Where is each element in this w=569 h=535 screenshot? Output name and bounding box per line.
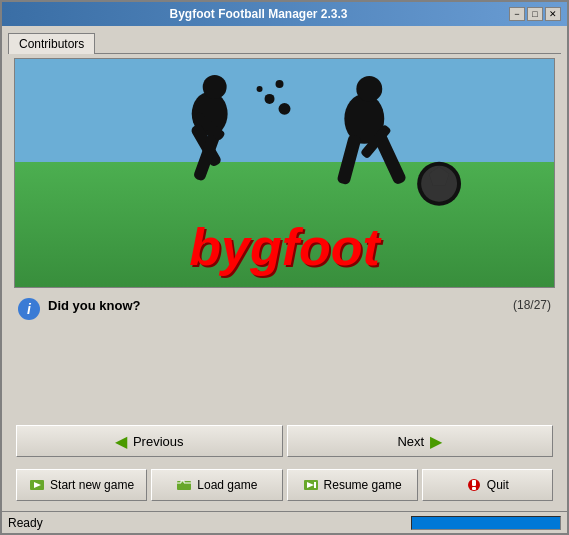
resume-game-label: Resume game (324, 478, 402, 492)
svg-point-5 (265, 94, 275, 104)
main-window: Bygfoot Football Manager 2.3.3 − □ ✕ Con… (0, 0, 569, 535)
svg-rect-26 (472, 487, 476, 490)
status-text: Ready (8, 516, 405, 530)
start-new-game-button[interactable]: Start new game (16, 469, 147, 501)
previous-button[interactable]: ◀ Previous (16, 425, 283, 457)
status-bar: Ready (2, 511, 567, 533)
resume-game-button[interactable]: Resume game (287, 469, 418, 501)
previous-label: Previous (133, 434, 184, 449)
tab-contributors[interactable]: Contributors (8, 33, 95, 54)
title-bar: Bygfoot Football Manager 2.3.3 − □ ✕ (2, 2, 567, 26)
logo-background: bygfoot (15, 59, 554, 287)
tip-content-area (8, 330, 561, 417)
window-title: Bygfoot Football Manager 2.3.3 (8, 7, 509, 21)
next-button[interactable]: Next ▶ (287, 425, 554, 457)
tab-bar: Contributors (8, 32, 561, 54)
load-game-icon (176, 477, 192, 493)
quit-icon (466, 477, 482, 493)
content-area: Contributors (2, 26, 567, 511)
action-buttons-container: Start new game Load game Resume game (8, 465, 561, 505)
svg-point-1 (203, 75, 227, 99)
did-you-know-section: i Did you know? (18/27) (8, 292, 561, 326)
start-new-game-label: Start new game (50, 478, 134, 492)
progress-bar (411, 516, 561, 530)
previous-arrow-icon: ◀ (115, 432, 127, 451)
svg-point-6 (276, 80, 284, 88)
bygfoot-logo-text: bygfoot (189, 217, 380, 277)
info-icon: i (18, 298, 40, 320)
svg-rect-23 (314, 482, 316, 488)
svg-rect-11 (336, 134, 361, 186)
did-you-know-label: Did you know? (48, 298, 505, 313)
next-label: Next (397, 434, 424, 449)
quit-button[interactable]: Quit (422, 469, 553, 501)
close-button[interactable]: ✕ (545, 7, 561, 21)
quit-label: Quit (487, 478, 509, 492)
player-silhouette-icon (15, 59, 554, 219)
load-game-label: Load game (197, 478, 257, 492)
window-controls: − □ ✕ (509, 7, 561, 21)
svg-point-8 (279, 103, 291, 115)
start-new-game-icon (29, 477, 45, 493)
resume-game-icon (303, 477, 319, 493)
load-game-button[interactable]: Load game (151, 469, 282, 501)
svg-rect-25 (472, 480, 476, 486)
next-arrow-icon: ▶ (430, 432, 442, 451)
svg-point-10 (356, 76, 382, 102)
maximize-button[interactable]: □ (527, 7, 543, 21)
logo-image-container: bygfoot (14, 58, 555, 288)
did-you-know-count: (18/27) (513, 298, 551, 312)
svg-point-7 (257, 86, 263, 92)
nav-buttons-container: ◀ Previous Next ▶ (8, 421, 561, 461)
minimize-button[interactable]: − (509, 7, 525, 21)
